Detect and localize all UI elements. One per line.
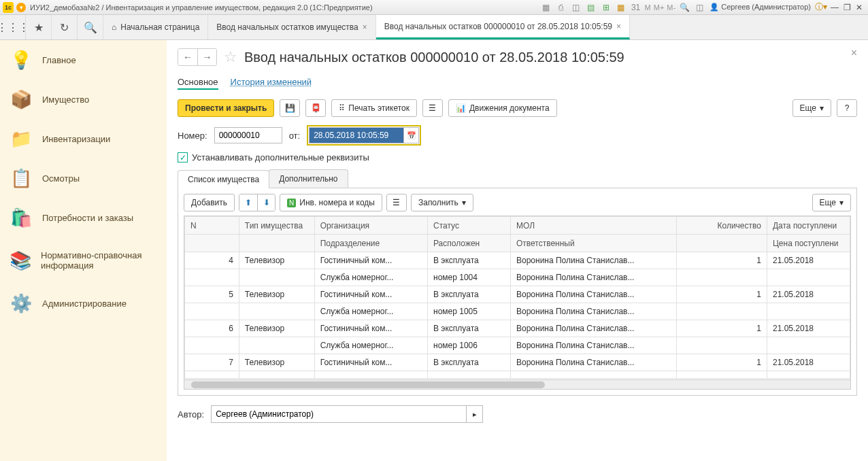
author-input[interactable]	[212, 409, 466, 419]
date-icon[interactable]: 31	[630, 1, 642, 14]
calendar-picker-icon[interactable]: 📅	[404, 127, 419, 143]
tab-home[interactable]: ⌂ Начальная страница	[103, 15, 208, 39]
btn-label: Еще	[800, 103, 816, 113]
move-down-button[interactable]: ⬇	[257, 194, 275, 211]
menu-button[interactable]: ☰	[386, 194, 407, 211]
save-button[interactable]: 💾	[280, 99, 300, 117]
calc-icon[interactable]: ⊞	[600, 1, 612, 14]
section-tab-history[interactable]: История изменений	[231, 75, 312, 90]
list-button[interactable]: ☰	[422, 99, 443, 117]
report-icon: 📊	[456, 103, 466, 113]
table-row-sub[interactable]: Служба номерног...номер 1004Воронина Пол…	[185, 269, 850, 286]
property-grid[interactable]: N Тип имущества Организация Статус МОЛ К…	[184, 216, 851, 380]
sidebar-item-inspections[interactable]: 📋Осмотры	[0, 158, 167, 198]
property-icon: 📦	[10, 88, 33, 111]
post-and-close-button[interactable]: Провести и закрыть	[178, 99, 274, 117]
window-minimize[interactable]: —	[829, 3, 841, 12]
nav-forward-button[interactable]: →	[197, 49, 216, 65]
document-movements-button[interactable]: 📊Движения документа	[448, 99, 557, 117]
close-icon[interactable]: ×	[616, 22, 621, 31]
set-extra-label: Устанавливать дополнительные реквизиты	[192, 152, 369, 163]
info-icon[interactable]: ⓘ▾	[815, 1, 827, 14]
tab-initial-balances-doc[interactable]: Ввод начальных остатков 000000010 от 28.…	[376, 15, 630, 39]
close-form-button[interactable]: ×	[851, 47, 857, 59]
grid-more-button[interactable]: Еще ▾	[812, 194, 851, 211]
section-tab-main[interactable]: Основное	[178, 75, 218, 90]
window-restore[interactable]: ❐	[841, 3, 853, 12]
panel-icon[interactable]: ◫	[693, 1, 705, 14]
col-type[interactable]: Тип имущества	[239, 217, 314, 235]
toolbar-icon[interactable]: ▦	[540, 1, 552, 14]
fill-button[interactable]: Заполнить ▾	[411, 194, 473, 211]
needs-icon: 🛍️	[10, 206, 33, 229]
sidebar-label: Главное	[42, 55, 76, 65]
table-row-sub[interactable]	[185, 371, 850, 379]
current-user[interactable]: 👤 Сергеев (Администратор)	[710, 3, 811, 12]
col-location[interactable]: Расположен	[428, 235, 511, 252]
set-extra-checkbox[interactable]: ✓	[178, 152, 188, 163]
col-responsible[interactable]: Ответственный	[510, 235, 676, 252]
sidebar-item-main[interactable]: 💡Главное	[0, 40, 167, 80]
btn-label: Печать этикеток	[348, 103, 410, 113]
search-button[interactable]: 🔍	[78, 15, 103, 39]
app-menu-dropdown[interactable]: ▾	[16, 3, 26, 12]
favorites-button[interactable]: ★	[26, 15, 52, 39]
sidebar-item-property[interactable]: 📦Имущество	[0, 80, 167, 119]
col-dept[interactable]: Подразделение	[314, 235, 427, 252]
history-button[interactable]: ↻	[52, 15, 78, 39]
tab-label: Ввод начальных остатков имущества	[216, 22, 358, 32]
inner-tab-list[interactable]: Список имущества	[178, 170, 269, 188]
table-row[interactable]: 4ТелевизорГостиничный ком...В эксплуатаВ…	[185, 252, 850, 269]
table-row-sub[interactable]: Служба номерног...номер 1005Воронина Пол…	[185, 303, 850, 320]
favorite-star-icon[interactable]: ☆	[224, 48, 237, 66]
main-icon: 💡	[10, 48, 33, 71]
home-icon: ⌂	[112, 22, 116, 32]
sidebar-label: Имущество	[42, 95, 89, 105]
add-row-button[interactable]: Добавить	[184, 194, 235, 211]
memory-mplus[interactable]: M+	[654, 3, 665, 12]
document-form: × ← → ☆ Ввод начальных остатков 00000001…	[167, 40, 868, 461]
sidebar-item-inventory[interactable]: 📁Инвентаризации	[0, 119, 167, 158]
col-date-in[interactable]: Дата поступлени	[767, 217, 850, 235]
memory-m[interactable]: M	[645, 3, 651, 12]
table-row[interactable]: 6ТелевизорГостиничный ком...В эксплуатаВ…	[185, 320, 850, 337]
more-button[interactable]: Еще ▾	[792, 99, 831, 117]
col-price-in[interactable]: Цена поступлени	[767, 235, 850, 252]
horizontal-scrollbar[interactable]	[184, 380, 851, 390]
compare-icon[interactable]: ◫	[570, 1, 582, 14]
post-button[interactable]: 📮	[305, 99, 326, 117]
apps-button[interactable]: ⋮⋮⋮	[0, 15, 26, 39]
sidebar-item-admin[interactable]: ⚙️Администрирование	[0, 284, 167, 323]
col-status[interactable]: Статус	[428, 217, 511, 235]
col-qty[interactable]: Количество	[676, 217, 767, 235]
number-input[interactable]	[214, 127, 282, 143]
zoom-icon[interactable]: 🔍	[678, 1, 690, 14]
window-close[interactable]: ✕	[853, 3, 865, 12]
tab-initial-balances-list[interactable]: Ввод начальных остатков имущества ×	[208, 15, 375, 39]
col-mol[interactable]: МОЛ	[510, 217, 676, 235]
col-org[interactable]: Организация	[314, 217, 427, 235]
tab-label: Начальная страница	[120, 22, 199, 32]
scrollbar-thumb[interactable]	[191, 381, 545, 388]
move-up-button[interactable]: ⬆	[239, 194, 257, 211]
calendar-icon[interactable]: ▦	[615, 1, 627, 14]
inner-tab-extra[interactable]: Дополнительно	[269, 169, 348, 188]
col-n[interactable]: N	[185, 217, 239, 235]
tab-label: Ввод начальных остатков 000000010 от 28.…	[384, 22, 612, 31]
inv-numbers-button[interactable]: NИнв. номера и коды	[280, 194, 382, 211]
print-labels-button[interactable]: ⠿Печать этикеток	[331, 99, 417, 117]
excel-icon[interactable]: ▤	[585, 1, 597, 14]
sidebar-item-needs[interactable]: 🛍️Потребности и заказы	[0, 198, 167, 237]
close-icon[interactable]: ×	[363, 22, 367, 32]
inspections-icon: 📋	[10, 167, 33, 190]
table-row-sub[interactable]: Служба номерног...номер 1006Воронина Пол…	[185, 337, 850, 354]
table-row[interactable]: 5ТелевизорГостиничный ком...В эксплуатаВ…	[185, 286, 850, 303]
open-author-button[interactable]: ▸	[466, 406, 482, 422]
help-button[interactable]: ?	[837, 99, 857, 117]
table-row[interactable]: 7ТелевизорГостиничный ком...В эксплуатаВ…	[185, 354, 850, 371]
nav-back-button[interactable]: ←	[178, 49, 197, 65]
print-icon[interactable]: ⎙	[555, 1, 567, 14]
memory-mminus[interactable]: M-	[667, 3, 675, 12]
date-input[interactable]	[309, 127, 404, 143]
sidebar-item-reference[interactable]: 📚Нормативно-справочная информация	[0, 237, 167, 284]
